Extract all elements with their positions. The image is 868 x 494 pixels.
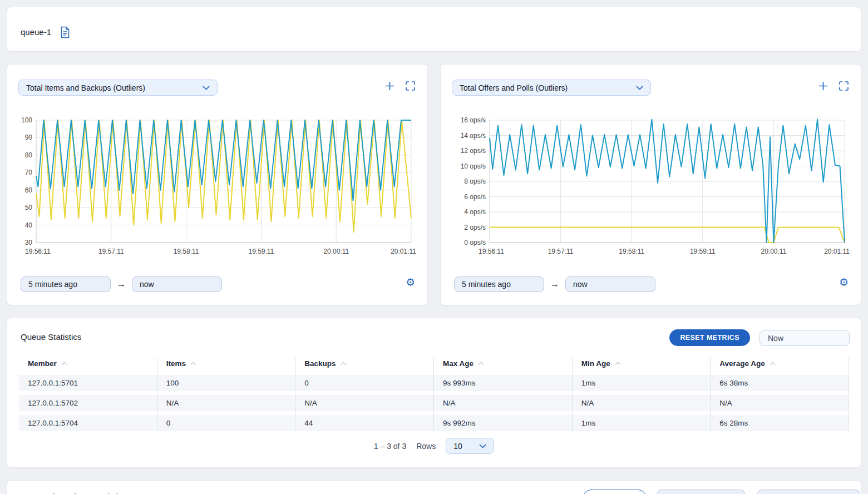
svg-text:100: 100 bbox=[21, 116, 32, 124]
metrics-time-input[interactable] bbox=[760, 330, 850, 346]
svg-text:4 ops/s: 4 ops/s bbox=[464, 208, 486, 216]
series-offers bbox=[490, 120, 845, 243]
time-from-input[interactable] bbox=[21, 276, 111, 292]
table-row[interactable]: 127.0.0.1:57040449s 992ms1ms6s 28ms bbox=[19, 415, 849, 431]
table-cell: 9s 992ms bbox=[434, 419, 573, 427]
queue-header-card: queue-1 bbox=[7, 7, 861, 52]
svg-text:19:56:11: 19:56:11 bbox=[25, 248, 51, 255]
table-cell: 0 bbox=[157, 419, 296, 427]
chevron-down-icon bbox=[479, 444, 486, 448]
add-chart-icon[interactable] bbox=[385, 81, 394, 91]
add-chart-icon[interactable] bbox=[818, 81, 828, 91]
svg-text:19:57:11: 19:57:11 bbox=[548, 248, 574, 255]
svg-text:6 ops/s: 6 ops/s bbox=[464, 193, 486, 201]
svg-text:19:57:11: 19:57:11 bbox=[98, 248, 124, 255]
table-cell: 0 bbox=[295, 379, 434, 387]
table-cell: 6s 28ms bbox=[711, 419, 849, 427]
chevron-down-icon bbox=[636, 86, 643, 90]
table-header-row: MemberItemsBackupsMax AgeMin AgeAverage … bbox=[19, 356, 849, 370]
svg-text:80: 80 bbox=[25, 151, 33, 159]
reset-metrics-button[interactable]: RESET METRICS bbox=[669, 329, 750, 346]
series-total-items bbox=[36, 120, 411, 201]
column-header-label: Backups bbox=[304, 359, 336, 368]
table-cell: 9s 993ms bbox=[434, 379, 573, 387]
time-to-input[interactable] bbox=[565, 276, 655, 292]
column-header-label: Max Age bbox=[443, 359, 474, 368]
series-polls bbox=[490, 228, 845, 243]
svg-text:20:01:11: 20:01:11 bbox=[824, 248, 850, 255]
column-header-items[interactable]: Items bbox=[157, 359, 296, 368]
svg-text:70: 70 bbox=[25, 169, 33, 176]
chart-widget-items-backups: Total Items and Backups (Outliers) 30405… bbox=[7, 64, 428, 305]
sort-caret-icon bbox=[615, 362, 621, 365]
arrow-right-icon: → bbox=[550, 279, 559, 289]
table-cell: N/A bbox=[711, 399, 849, 407]
metric-select-value: Total Items and Backups (Outliers) bbox=[26, 83, 145, 92]
svg-text:19:59:11: 19:59:11 bbox=[248, 248, 274, 255]
table-row[interactable]: 127.0.0.1:5702N/AN/AN/AN/AN/A bbox=[19, 395, 849, 411]
table-cell: 6s 38ms bbox=[711, 379, 849, 387]
table-cell: 127.0.0.1:5702 bbox=[19, 399, 157, 407]
document-icon[interactable] bbox=[60, 26, 71, 38]
queue-throughput-section: Queue Throughput Statistics RESET TIME → bbox=[7, 480, 861, 494]
svg-text:19:58:11: 19:58:11 bbox=[619, 248, 644, 255]
rows-per-page-select[interactable]: 10 bbox=[446, 438, 494, 454]
line-chart-items-backups: 3040506070809010019:56:1119:57:1119:58:1… bbox=[17, 116, 416, 256]
chart-settings-gear-icon[interactable]: ⚙ bbox=[839, 277, 849, 288]
column-header-backups[interactable]: Backups bbox=[295, 359, 434, 368]
line-chart-offers-polls: 0 ops/s2 ops/s4 ops/s6 ops/s8 ops/s10 op… bbox=[451, 116, 850, 256]
time-from-input[interactable] bbox=[657, 490, 745, 494]
metric-select[interactable]: Total Offers and Polls (Outliers) bbox=[452, 80, 651, 96]
time-to-input[interactable] bbox=[757, 490, 860, 494]
table-cell: N/A bbox=[434, 399, 573, 407]
fullscreen-icon[interactable] bbox=[839, 81, 849, 91]
reset-time-button[interactable]: RESET TIME bbox=[583, 490, 647, 494]
fullscreen-icon[interactable] bbox=[406, 81, 415, 91]
svg-text:90: 90 bbox=[25, 134, 33, 141]
chart-widget-offers-polls: Total Offers and Polls (Outliers) 0 ops/… bbox=[440, 64, 861, 305]
time-from-input[interactable] bbox=[454, 276, 544, 292]
column-header-label: Min Age bbox=[581, 359, 610, 368]
svg-text:19:56:11: 19:56:11 bbox=[479, 248, 504, 255]
queue-name: queue-1 bbox=[21, 27, 51, 37]
section-title: Queue Statistics bbox=[21, 332, 81, 342]
sort-caret-icon bbox=[770, 362, 776, 365]
metric-select-value: Total Offers and Polls (Outliers) bbox=[460, 83, 568, 92]
sort-caret-icon bbox=[61, 362, 67, 365]
svg-text:20:00:11: 20:00:11 bbox=[323, 248, 349, 255]
svg-text:40: 40 bbox=[25, 221, 33, 229]
column-header-member[interactable]: Member bbox=[19, 359, 157, 368]
sort-caret-icon bbox=[478, 362, 484, 365]
svg-text:60: 60 bbox=[25, 186, 33, 194]
queue-statistics-table: MemberItemsBackupsMax AgeMin AgeAverage … bbox=[19, 356, 849, 431]
svg-text:20:01:11: 20:01:11 bbox=[391, 248, 416, 255]
table-cell: 127.0.0.1:5704 bbox=[19, 419, 157, 427]
table-cell: N/A bbox=[157, 399, 296, 407]
column-header-min-age[interactable]: Min Age bbox=[573, 359, 711, 368]
arrow-right-icon: → bbox=[117, 279, 126, 289]
svg-text:0 ops/s: 0 ops/s bbox=[464, 239, 486, 246]
chart-settings-gear-icon[interactable]: ⚙ bbox=[406, 277, 415, 288]
sort-caret-icon bbox=[341, 362, 347, 365]
svg-text:30: 30 bbox=[25, 239, 33, 246]
table-row[interactable]: 127.0.0.1:570110009s 993ms1ms6s 38ms bbox=[19, 375, 849, 391]
svg-text:14 ops/s: 14 ops/s bbox=[461, 132, 486, 140]
column-header-max-age[interactable]: Max Age bbox=[434, 359, 573, 368]
section-title: Queue Throughput Statistics bbox=[21, 492, 126, 494]
column-header-label: Member bbox=[28, 359, 57, 368]
svg-text:19:58:11: 19:58:11 bbox=[174, 248, 199, 255]
column-header-average-age[interactable]: Average Age bbox=[711, 359, 849, 368]
svg-text:16 ops/s: 16 ops/s bbox=[461, 116, 486, 124]
column-header-label: Items bbox=[166, 359, 186, 368]
svg-text:10 ops/s: 10 ops/s bbox=[461, 162, 486, 170]
time-to-input[interactable] bbox=[132, 276, 222, 292]
table-cell: 127.0.0.1:5701 bbox=[19, 379, 157, 387]
queue-statistics-section: Queue Statistics RESET METRICS MemberIte… bbox=[7, 318, 861, 468]
svg-text:20:00:11: 20:00:11 bbox=[761, 248, 786, 255]
metric-select[interactable]: Total Items and Backups (Outliers) bbox=[18, 80, 218, 96]
svg-text:50: 50 bbox=[25, 204, 33, 211]
table-pagination: 1 – 3 of 3 Rows 10 bbox=[7, 438, 861, 454]
rows-per-page-label: Rows bbox=[416, 442, 436, 451]
table-cell: 1ms bbox=[573, 379, 711, 387]
svg-text:19:59:11: 19:59:11 bbox=[690, 248, 716, 255]
